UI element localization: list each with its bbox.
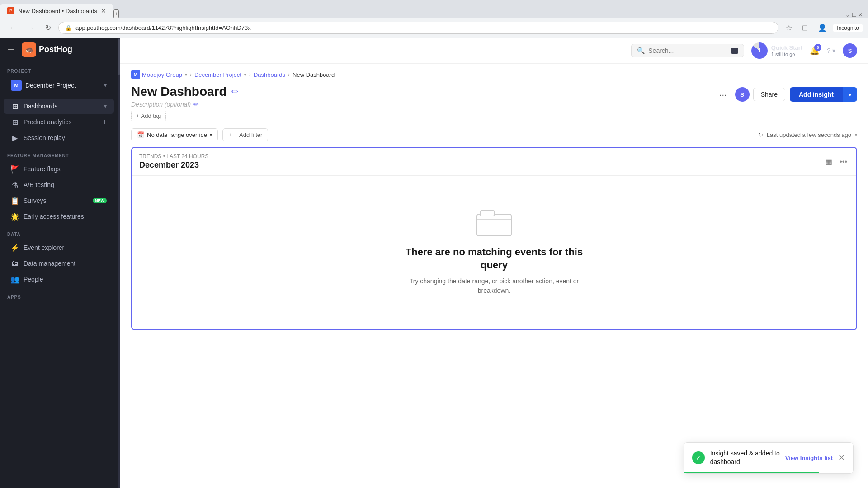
help-icon: ?: [827, 47, 830, 54]
project-section-label: PROJECT: [0, 61, 118, 76]
browser-tab-active[interactable]: P New Dashboard • Dashboards ✕: [0, 4, 113, 18]
more-options-button[interactable]: ···: [716, 88, 731, 102]
incognito-label: Incognito: [833, 24, 863, 32]
add-filter-button[interactable]: + + Add filter: [222, 128, 268, 141]
sidebar-item-product-analytics[interactable]: ⊞ Product analytics +: [4, 114, 114, 130]
back-button[interactable]: ←: [5, 22, 20, 34]
sidebar-item-ab-testing[interactable]: ⚗ A/B testing: [4, 177, 114, 192]
sidebar-wrapper: ☰ 🦔 PostHog PROJECT M December Project ▾…: [0, 38, 120, 488]
feature-flags-icon: 🚩: [11, 165, 19, 173]
sidebar-item-early-access[interactable]: 🌟 Early access features: [4, 209, 114, 224]
add-insight-dropdown-button[interactable]: ▾: [843, 87, 857, 102]
apps-section-label: APPS: [0, 287, 118, 302]
search-shortcut: _: [731, 48, 738, 54]
empty-state-icon: [476, 210, 512, 237]
sidebar-item-people[interactable]: 👥 People: [4, 272, 114, 287]
breadcrumb-current: New Dashboard: [292, 71, 335, 78]
sidebar-item-event-explorer[interactable]: ⚡ Event explorer: [4, 240, 114, 255]
sidebar-item-label-surveys: Surveys: [24, 197, 47, 204]
view-insights-link[interactable]: View Insights list: [785, 455, 833, 461]
sidebar-item-feature-flags[interactable]: 🚩 Feature flags: [4, 161, 114, 177]
search-input[interactable]: [648, 47, 727, 54]
toast-close-button[interactable]: ✕: [838, 453, 845, 463]
reload-button[interactable]: ↻: [42, 22, 55, 34]
toast-message: Insight saved & added to dashboard: [710, 449, 780, 467]
product-analytics-plus-icon[interactable]: +: [103, 118, 107, 126]
main-content: 🔍 _ 1 Quick Start 1 still to go 🔔 0 ?: [120, 38, 868, 488]
quick-start-button[interactable]: 1 Quick Start 1 still to go: [751, 42, 802, 59]
dashboard-actions: ··· S Share Add insight ▾: [716, 87, 857, 102]
url-bar[interactable]: 🔒 app.posthog.com/dashboard/114278?highl…: [58, 22, 778, 34]
page-title: New Dashboard: [131, 84, 227, 99]
data-management-icon: 🗂: [11, 259, 19, 267]
breadcrumb-section[interactable]: Dashboards: [254, 71, 285, 78]
share-button[interactable]: Share: [753, 88, 785, 101]
sidebar-item-dashboards[interactable]: ⊞ Dashboards ▾: [4, 99, 114, 114]
quick-start-text: Quick Start 1 still to go: [771, 44, 802, 57]
empty-state-title: There are no matching events for this qu…: [404, 246, 585, 272]
add-tag-button[interactable]: + Add tag: [131, 111, 166, 121]
forward-button[interactable]: →: [24, 22, 38, 34]
search-bar[interactable]: 🔍 _: [631, 44, 744, 57]
user-avatar[interactable]: S: [843, 43, 857, 58]
insight-view-table-button[interactable]: ▦: [824, 155, 834, 168]
tab-close-icon[interactable]: ✕: [101, 7, 106, 14]
refresh-icon[interactable]: ↻: [758, 131, 763, 138]
sidebar-item-label-ab-testing: A/B testing: [24, 181, 54, 188]
hamburger-button[interactable]: ☰: [7, 45, 14, 55]
breadcrumb-org-dropdown-icon[interactable]: ▾: [185, 72, 187, 77]
edit-title-button[interactable]: ✏: [231, 87, 238, 97]
notifications-button[interactable]: 🔔 0: [810, 46, 820, 56]
help-chevron-icon: ▾: [832, 47, 835, 54]
new-tab-button[interactable]: +: [113, 9, 119, 18]
add-filter-plus-icon: +: [228, 131, 232, 138]
browser-chrome: P New Dashboard • Dashboards ✕ + ⌄ ☐ ✕ ←…: [0, 0, 868, 38]
extensions-button[interactable]: ⊡: [798, 22, 811, 34]
help-button[interactable]: ? ▾: [827, 47, 835, 54]
sidebar-scrollbar-thumb[interactable]: [118, 39, 120, 75]
tab-controls[interactable]: ⌄ ☐ ✕: [840, 12, 868, 18]
svg-rect-0: [477, 214, 511, 236]
product-analytics-icon: ⊞: [11, 118, 19, 126]
insight-card: TRENDS • LAST 24 HOURS December 2023 ▦ •…: [131, 147, 857, 330]
profile-button[interactable]: 👤: [814, 22, 830, 34]
share-section: S Share: [735, 87, 785, 102]
project-selector[interactable]: M December Project ▾: [4, 76, 114, 94]
notification-badge: 0: [814, 44, 821, 51]
surveys-icon: 📋: [11, 197, 19, 205]
browser-nav-actions: ☆ ⊡ 👤 Incognito: [782, 22, 863, 34]
date-range-label: No date range override: [147, 131, 207, 138]
ab-testing-icon: ⚗: [11, 181, 19, 189]
logo-icon: 🦔: [22, 42, 36, 57]
sidebar-item-data-management[interactable]: 🗂 Data management: [4, 256, 114, 271]
early-access-icon: 🌟: [11, 212, 19, 221]
bookmark-button[interactable]: ☆: [782, 22, 796, 34]
toast-progress-bar: [684, 472, 819, 473]
data-section-label: DATA: [0, 225, 118, 239]
add-insight-button[interactable]: Add insight: [790, 87, 843, 102]
empty-state-description: Try changing the date range, or pick ano…: [404, 277, 585, 296]
date-range-button[interactable]: 📅 No date range override ▾: [131, 128, 218, 141]
filter-bar: 📅 No date range override ▾ + + Add filte…: [120, 121, 868, 147]
project-name: December Project: [25, 82, 100, 89]
sidebar-item-label-feature-flags: Feature flags: [24, 165, 61, 173]
calendar-icon: 📅: [137, 131, 144, 138]
breadcrumb-project[interactable]: December Project: [194, 71, 241, 78]
breadcrumb-org[interactable]: M Moodjoy Group: [131, 70, 182, 79]
description-text: Description (optional): [131, 101, 191, 108]
sidebar-item-session-replay[interactable]: ▶ Session replay: [4, 130, 114, 145]
sidebar-item-label-session-replay: Session replay: [24, 134, 65, 141]
breadcrumb-project-dropdown-icon[interactable]: ▾: [244, 72, 246, 77]
quick-start-circle: 1: [751, 42, 768, 59]
app-container: ☰ 🦔 PostHog PROJECT M December Project ▾…: [0, 38, 868, 488]
svg-rect-1: [481, 211, 494, 216]
org-avatar: M: [131, 70, 140, 79]
sidebar-item-surveys[interactable]: 📋 Surveys NEW: [4, 193, 114, 208]
filter-options-dropdown-icon[interactable]: ▾: [855, 132, 857, 137]
insight-card-title-section: TRENDS • LAST 24 HOURS December 2023: [139, 153, 208, 170]
toast-success-icon: ✓: [692, 451, 705, 464]
dashboard-header: New Dashboard ✏ Description (optional) ✏…: [120, 79, 868, 121]
insight-more-button[interactable]: •••: [838, 155, 849, 168]
browser-tabs: P New Dashboard • Dashboards ✕ + ⌄ ☐ ✕: [0, 0, 868, 18]
edit-description-button[interactable]: ✏: [193, 101, 199, 108]
